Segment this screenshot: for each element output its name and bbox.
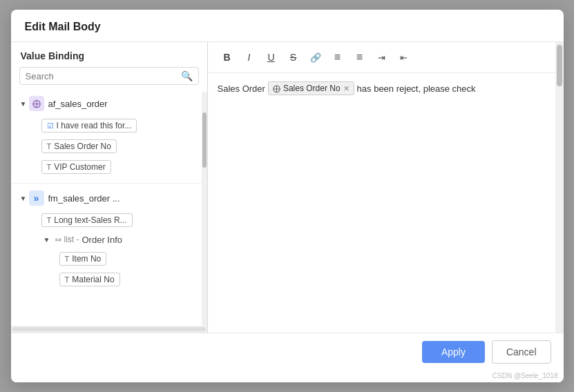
list-icon: ⤇: [55, 235, 61, 244]
group-divider-1: [11, 183, 202, 184]
right-scrollbar[interactable]: [555, 42, 564, 333]
chevron-order-info[interactable]: ▼: [41, 234, 52, 245]
chip-close-button[interactable]: ✕: [343, 84, 350, 93]
modal-body: Value Binding 🔍 ▼ ⨁ af_sales_o: [11, 42, 564, 333]
sales-order-no-chip[interactable]: ⨁ Sales Order No ✕: [268, 81, 354, 95]
leaf-long-text[interactable]: T Long text-Sales R...: [11, 210, 202, 231]
editor-content[interactable]: Sales Order ⨁ Sales Order No ✕ has been …: [208, 73, 564, 333]
leaf-material-no[interactable]: T Material No: [11, 269, 202, 290]
search-box[interactable]: 🔍: [19, 67, 199, 85]
modal-title: Edit Mail Body: [25, 21, 101, 32]
leaf-badge-i-have-read: ☑ I have read this for...: [41, 119, 137, 133]
left-scroll-track[interactable]: [202, 92, 207, 326]
search-input[interactable]: [26, 71, 181, 81]
sub-group-prefix: list -: [64, 235, 79, 244]
leaf-i-have-read[interactable]: ☑ I have read this for...: [11, 115, 202, 136]
cancel-button[interactable]: Cancel: [492, 340, 551, 364]
editor-line-1: Sales Order ⨁ Sales Order No ✕ has been …: [218, 81, 554, 95]
toolbar-italic[interactable]: I: [240, 48, 259, 67]
leaf-badge-long-text: T Long text-Sales R...: [41, 213, 133, 227]
leaf-item-no[interactable]: T Item No: [11, 248, 202, 269]
t-icon-material-no: T: [65, 275, 70, 284]
toolbar-ordered-list[interactable]: ≡: [328, 48, 347, 67]
leaf-badge-sales-order-no: T Sales Order No: [41, 139, 117, 153]
watermark: CSDN @Seele_1018: [11, 371, 564, 382]
toolbar-bold[interactable]: B: [218, 48, 237, 67]
leaf-vip-customer[interactable]: T VIP Customer: [11, 157, 202, 177]
toolbar-indent[interactable]: ⇥: [372, 48, 392, 67]
editor-suffix-text: has been reject, please check: [357, 84, 476, 94]
t-icon-vip-customer: T: [47, 163, 52, 171]
toolbar-link[interactable]: 🔗: [306, 48, 325, 67]
sub-group-label: Order Info: [82, 235, 123, 245]
leaf-sales-order-no[interactable]: T Sales Order No: [11, 136, 202, 157]
toolbar-underline[interactable]: U: [262, 48, 281, 67]
h-scroll-left[interactable]: [11, 326, 207, 333]
editor-toolbar: B I U S 🔗 ≡ ≡ ⇥ ⇤: [208, 42, 564, 73]
t-icon-sales-order-no: T: [47, 142, 52, 150]
tree-group-fm-sales-order: ▼ » fm_sales_order ... T Long text-Sales…: [11, 186, 202, 290]
leaf-badge-item-no: T Item No: [59, 252, 107, 266]
tree-container: ▼ ⨁ af_sales_order ☑ I have read this fo…: [11, 92, 202, 326]
toolbar-unordered-list[interactable]: ≡: [350, 48, 370, 67]
tree-node-af-sales-order[interactable]: ▼ ⨁ af_sales_order: [11, 92, 202, 115]
left-panel: Value Binding 🔍 ▼ ⨁ af_sales_o: [11, 42, 208, 333]
leaf-badge-material-no: T Material No: [59, 273, 120, 286]
chip-icon: ⨁: [273, 84, 280, 93]
right-panel: B I U S 🔗 ≡ ≡ ⇥ ⇤ Sales Order ⨁: [208, 42, 564, 333]
modal: Edit Mail Body Value Binding 🔍: [11, 10, 564, 382]
modal-footer: Apply Cancel: [11, 333, 564, 371]
checkbox-icon: ☑: [47, 121, 54, 130]
sub-group-order-info[interactable]: ▼ ⤇ list - Order Info: [11, 231, 202, 248]
fm-sales-order-icon: »: [29, 190, 44, 206]
apply-button[interactable]: Apply: [422, 341, 485, 363]
toolbar-outdent[interactable]: ⇤: [394, 48, 414, 67]
editor-prefix-text: Sales Order: [218, 84, 265, 94]
left-panel-wrap: ▼ ⨁ af_sales_order ☑ I have read this fo…: [11, 92, 207, 326]
t-icon-long-text: T: [47, 216, 52, 224]
af-sales-order-icon: ⨁: [29, 96, 44, 111]
af-sales-order-label: af_sales_order: [48, 99, 108, 109]
toolbar-strikethrough[interactable]: S: [284, 48, 303, 67]
leaf-badge-vip-customer: T VIP Customer: [41, 160, 111, 174]
left-scroll-thumb: [202, 112, 207, 168]
right-scrollbar-thumb: [557, 45, 562, 86]
chip-label: Sales Order No: [283, 84, 341, 93]
tree-group-af-sales-order: ▼ ⨁ af_sales_order ☑ I have read this fo…: [11, 92, 202, 177]
fm-sales-order-label: fm_sales_order ...: [48, 193, 120, 204]
tree-node-fm-sales-order[interactable]: ▼ » fm_sales_order ...: [11, 186, 202, 210]
t-icon-item-no: T: [65, 255, 70, 263]
value-binding-label: Value Binding: [11, 42, 207, 67]
modal-header: Edit Mail Body: [11, 10, 564, 42]
chevron-fm-sales-order[interactable]: ▼: [18, 193, 29, 204]
modal-overlay: Edit Mail Body Value Binding 🔍: [0, 0, 574, 392]
chevron-af-sales-order[interactable]: ▼: [18, 98, 29, 109]
search-icon: 🔍: [181, 70, 193, 81]
h-scroll-track: [12, 327, 206, 331]
